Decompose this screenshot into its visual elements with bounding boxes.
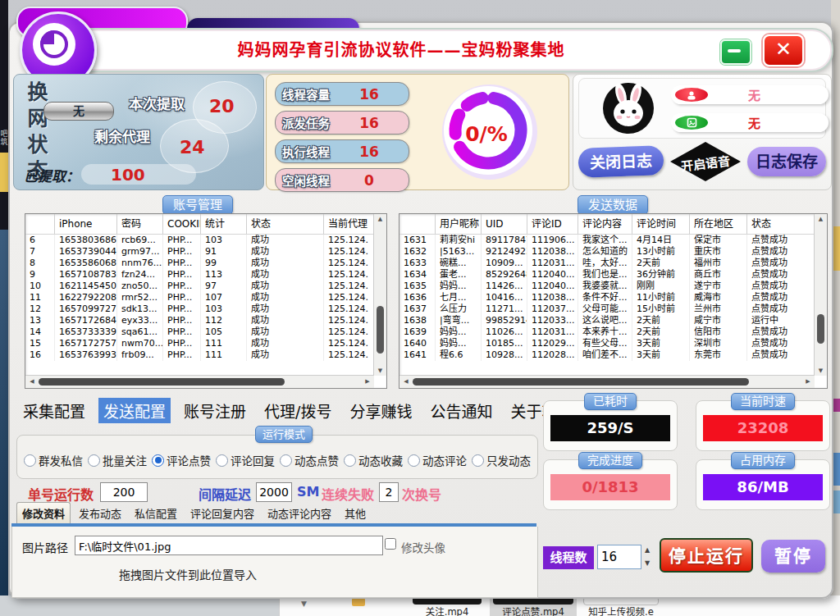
scroll-up-icon[interactable]: ▲ [815, 216, 827, 222]
pause-button[interactable]: 暂停 [761, 540, 825, 573]
column-header[interactable]: COOKIE [163, 214, 201, 234]
column-header[interactable]: 评论ID [527, 214, 578, 234]
stepper-down-icon[interactable]: ▼ [640, 558, 655, 569]
titlebar[interactable]: 妈妈网孕育引流协议软件——宝妈粉聚集地 [44, 30, 832, 71]
stepper-up-icon[interactable]: ▲ [640, 545, 655, 556]
tree-collapse-icon[interactable]: ▼ [301, 600, 307, 608]
scroll-down-icon[interactable]: ▼ [374, 367, 386, 374]
scroll-right-icon[interactable]: ▶ [363, 376, 372, 388]
table-row[interactable]: 716537390449grm97...PHP...91成功125.124. [25, 246, 374, 258]
table-row[interactable]: 916571087831fzn24...PHP...113成功125.124. [25, 269, 374, 281]
change-avatar-checkbox[interactable] [385, 538, 396, 550]
scrollbar-thumb[interactable] [377, 306, 384, 354]
vertical-scrollbar[interactable]: ▲ ▼ [814, 214, 827, 376]
run-mode-radio[interactable]: 评论回复 [216, 452, 275, 468]
table-row[interactable]: 1116227922087rmr52...PHP...107成功125.124. [25, 292, 374, 303]
scroll-up-icon[interactable]: ▲ [374, 216, 386, 222]
stop-run-button[interactable]: 停止运行 [660, 538, 753, 573]
thread-count-stepper[interactable]: ▲ ▼ [640, 545, 655, 569]
column-header[interactable]: 评论时间 [632, 214, 690, 234]
column-header[interactable]: 当前代理 [324, 214, 374, 234]
column-header[interactable]: 状态 [247, 214, 324, 234]
run-mode-radio[interactable]: 只发动态 [472, 452, 531, 468]
sub-tab[interactable]: 发布动态 [74, 503, 126, 523]
table-row[interactable]: 1316571726848eyx33...PHP...112成功125.124. [25, 315, 374, 326]
main-tab[interactable]: 账号注册 [179, 398, 251, 423]
table-row[interactable]: 1638|弯弯...99852914112033...这么说吧...2天前咸宁市… [399, 315, 815, 326]
sub-tab[interactable]: 私信配置 [130, 503, 182, 523]
thread-count-input[interactable] [597, 545, 641, 569]
column-header[interactable]: 状态 [747, 214, 815, 234]
column-header[interactable]: 密码 [117, 214, 163, 234]
column-header[interactable]: UID [482, 214, 527, 234]
run-mode-radio[interactable]: 动态点赞 [280, 452, 339, 468]
run-mode-radio[interactable]: 动态评论 [408, 452, 467, 468]
run-mode-radio[interactable]: 动态收藏 [344, 452, 403, 468]
table-row[interactable]: 616538036865rcb69...PHP...103成功125.124. [25, 235, 374, 246]
table-row[interactable]: 1631莉莉安hi89117847111906...我家这个...4月14日保定… [399, 235, 815, 246]
sub-tab[interactable]: 修改资料 [16, 502, 71, 523]
save-log-button[interactable]: 日志保存 [747, 147, 826, 176]
horizontal-scrollbar[interactable]: ◀ ▶ [399, 375, 815, 388]
run-mode-radio[interactable]: 群发私信 [24, 452, 83, 468]
account-info-box: 无 无 [578, 78, 826, 139]
single-run-input[interactable] [100, 482, 148, 502]
image-path-input[interactable] [75, 536, 383, 555]
column-header[interactable]: 用户昵称 [436, 214, 482, 234]
main-tab[interactable]: 采集配置 [18, 398, 90, 423]
table-row[interactable]: 1635妈妈...11426...112040...我婆婆就...刚刚遂宁市点赞… [399, 281, 815, 292]
table-row[interactable]: 1640妈妈...10185...112029...有些父母...3天前深圳市点… [399, 338, 815, 349]
table-row[interactable]: 1632|5163...92124923112038...怎么知道的13小时前重… [399, 246, 815, 258]
table-row[interactable]: 1616537639931frb09...PHP...111成功125.124. [25, 349, 374, 361]
scroll-left-icon[interactable]: ◀ [401, 376, 411, 388]
voice-toggle-button[interactable]: 开启语音 [670, 142, 741, 181]
column-header[interactable] [399, 214, 436, 234]
horizontal-scrollbar[interactable]: ◀ ▶ [25, 375, 374, 388]
table-row[interactable]: 1216570997277sdk13...PHP...103成功125.124. [25, 303, 374, 315]
main-tab[interactable]: 分享赚钱 [345, 398, 417, 423]
scrollbar-thumb[interactable] [413, 378, 749, 386]
fail-count-input[interactable] [379, 482, 399, 502]
file-name: 知乎上传视频.e [580, 605, 662, 616]
cookie-field[interactable]: 无 [671, 113, 829, 132]
scroll-down-icon[interactable]: ▼ [815, 367, 827, 374]
table-row[interactable]: 1636七月...10416...112038...条件不好...11小时前威海… [399, 292, 815, 303]
main-tab[interactable]: 发送配置 [98, 398, 171, 423]
scrollbar-thumb[interactable] [817, 314, 824, 344]
sub-tab[interactable]: 其他 [340, 503, 371, 523]
column-header[interactable]: 统计 [201, 214, 247, 234]
main-tab[interactable]: 公告通知 [425, 398, 497, 423]
table-row[interactable]: 1016211454509zno50...PHP...97成功125.124. [25, 281, 374, 292]
sub-tab[interactable]: 动态评论内容 [262, 503, 336, 523]
sub-tab[interactable]: 评论回复内容 [185, 503, 259, 523]
run-mode-radio[interactable]: 批量关注 [88, 452, 147, 468]
column-header[interactable] [25, 214, 55, 234]
desktop-left-strip: 吧筑 [0, 0, 8, 616]
scroll-right-icon[interactable]: ▶ [803, 376, 813, 388]
vertical-scrollbar[interactable]: ▲ ▼ [373, 214, 386, 376]
column-header[interactable]: iPhone [55, 214, 117, 234]
main-tab[interactable]: 代理/拨号 [259, 398, 336, 423]
table-row[interactable]: 1634蛋老...85292648112040...我们也是...36分钟前商丘… [399, 269, 815, 281]
table-row[interactable]: 1639妈妈...11026...112031...本来养十...2天前信阳市点… [399, 326, 815, 338]
column-header[interactable]: 所在地区 [690, 214, 747, 234]
stat-box: 当前时速 23208 [696, 400, 830, 451]
table-row[interactable]: 1416537333393sqa61...PHP...105成功125.124. [25, 326, 374, 338]
table-row[interactable]: 816535860684nnm76...PHP...99成功125.124. [25, 258, 374, 269]
scrollbar-thumb[interactable] [39, 378, 285, 386]
radio-dot [280, 454, 292, 467]
extracted-label: 已提取： [24, 165, 80, 185]
interval-input[interactable] [256, 482, 292, 502]
close-log-button[interactable]: 关闭日志 [578, 145, 664, 178]
table-row[interactable]: 1516571727571nwm70...PHP...111成功125.124. [25, 338, 374, 349]
network-switch-button[interactable]: 无 [43, 102, 114, 121]
close-button[interactable]: ✕ [763, 34, 804, 66]
run-mode-radio[interactable]: 评论点赞 [152, 452, 211, 468]
account-field[interactable]: 无 [671, 85, 829, 104]
minimize-button[interactable] [720, 39, 751, 65]
scroll-left-icon[interactable]: ◀ [27, 376, 37, 388]
table-row[interactable]: 1641程6.610928...112028...咱们差不...3天前东莞市点赞… [399, 349, 815, 361]
table-row[interactable]: 1637么压力11271...112037...父母可能...15小时前兰州市点… [399, 303, 815, 315]
column-header[interactable]: 评论内容 [578, 214, 632, 234]
table-row[interactable]: 1633碗糕...10909...112031...哇，太好...2天前福州市点… [399, 258, 815, 269]
